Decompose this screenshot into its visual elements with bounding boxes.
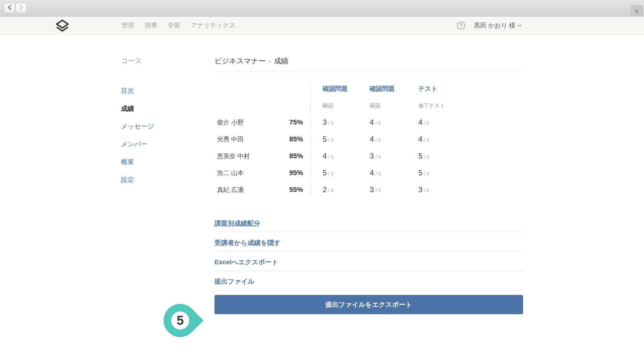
browser-forward-button[interactable] xyxy=(16,3,26,13)
score-value: 5 xyxy=(323,169,327,177)
score-max: / 5 xyxy=(424,137,429,143)
back-chevron-icon xyxy=(7,5,12,12)
score-value: 4 xyxy=(370,118,374,127)
grades-header-row: 確認問題 確認問題 テスト xyxy=(214,82,523,95)
breadcrumb-separator: › xyxy=(269,58,271,65)
score-max: / 5 xyxy=(424,171,429,176)
score-value: 4 xyxy=(370,169,374,177)
column-subtitle-test: 修了テスト xyxy=(418,102,445,109)
student-percent: 55% xyxy=(289,186,303,194)
score-value: 5 xyxy=(323,135,327,144)
table-row: 光秀 中田 85% 5/ 5 4/ 5 4/ 5 xyxy=(214,132,523,146)
nav-item-admin[interactable]: 管理 xyxy=(122,21,134,30)
student-percent: 85% xyxy=(289,135,303,143)
table-row: 恵美奈 中村 85% 4/ 5 3/ 5 5/ 5 xyxy=(214,149,523,163)
sidebar-item-toc[interactable]: 目次 xyxy=(121,86,214,95)
score-max: / 5 xyxy=(424,188,429,193)
user-menu[interactable]: 黒田 かおり 様 xyxy=(474,21,522,30)
student-name: 恵美奈 中村 xyxy=(217,152,289,160)
user-name: 黒田 かおり 様 xyxy=(474,21,515,30)
score-value: 3 xyxy=(370,185,374,194)
link-grade-distribution[interactable]: 課題別成績配分 xyxy=(214,213,523,232)
student-name: 光秀 中田 xyxy=(217,135,289,144)
grades-table: 確認問題 確認問題 テスト 確認 確認 修了テスト 俊介 小野 75% xyxy=(214,82,523,197)
browser-back-button[interactable] xyxy=(4,3,15,13)
column-subtitle-quiz2: 確認 xyxy=(370,102,380,109)
sidebar-nav: 目次 成績 メッセージ メンバー 概要 設定 xyxy=(121,86,214,184)
sidebar-item-overview[interactable]: 概要 xyxy=(121,158,214,166)
student-name: 真紀 広瀬 xyxy=(217,186,289,194)
main-content: ビジネスマナー›成績 確認問題 確認問題 テスト 確認 確認 修了テスト xyxy=(214,56,523,314)
breadcrumb-current: 成績 xyxy=(274,57,288,65)
score-max: / 5 xyxy=(328,171,334,176)
nav-item-analytics[interactable]: アナリティクス xyxy=(191,21,235,30)
app-logo-icon[interactable] xyxy=(55,19,69,33)
badge-number: 5 xyxy=(176,313,184,328)
app-header: 管理 指導 学習 アナリティクス ? 黒田 かおり 様 xyxy=(0,17,644,35)
score-max: / 5 xyxy=(328,188,334,193)
nav-item-teach[interactable]: 指導 xyxy=(145,21,157,30)
link-excel-export[interactable]: Excelへエクスポート xyxy=(214,252,523,271)
link-submitted-files[interactable]: 提出ファイル xyxy=(214,271,523,290)
score-max: / 5 xyxy=(424,154,429,159)
nav-item-learn[interactable]: 学習 xyxy=(168,21,180,30)
score-value: 3 xyxy=(370,152,374,160)
sidebar-item-grades[interactable]: 成績 xyxy=(121,104,214,113)
table-row: 浩二 山本 95% 5/ 5 4/ 5 5/ 5 xyxy=(214,166,523,180)
sidebar-item-settings[interactable]: 設定 xyxy=(121,175,214,184)
browser-new-tab-button[interactable]: + xyxy=(631,6,643,16)
student-name: 俊介 小野 xyxy=(217,118,289,127)
sidebar-heading: コース xyxy=(121,56,214,65)
course-sidebar: コース 目次 成績 メッセージ メンバー 概要 設定 xyxy=(121,56,214,314)
table-row: 俊介 小野 75% 3/ 5 4/ 5 4/ 5 xyxy=(214,115,523,129)
sidebar-item-messages[interactable]: メッセージ xyxy=(121,122,214,131)
breadcrumb: ビジネスマナー›成績 xyxy=(214,56,523,72)
sidebar-item-members[interactable]: メンバー xyxy=(121,140,214,149)
score-max: / 5 xyxy=(375,120,381,126)
score-max: / 5 xyxy=(424,120,429,126)
score-value: 5 xyxy=(418,152,422,160)
score-value: 5 xyxy=(418,169,422,177)
score-max: / 5 xyxy=(375,188,381,193)
score-max: / 5 xyxy=(375,154,381,159)
breadcrumb-course[interactable]: ビジネスマナー xyxy=(214,57,266,65)
score-value: 4 xyxy=(418,135,422,144)
score-value: 4 xyxy=(323,152,327,160)
column-title-quiz2[interactable]: 確認問題 xyxy=(370,85,395,93)
score-max: / 5 xyxy=(328,120,334,126)
grade-action-links: 課題別成績配分 受講者から成績を隠す Excelへエクスポート 提出ファイル xyxy=(214,213,523,290)
score-max: / 5 xyxy=(375,137,381,143)
score-value: 4 xyxy=(370,135,374,144)
forward-chevron-icon xyxy=(19,5,23,12)
score-max: / 5 xyxy=(328,154,334,159)
grades-subheader-row: 確認 確認 修了テスト xyxy=(214,99,523,112)
score-value: 3 xyxy=(418,185,422,194)
student-name: 浩二 山本 xyxy=(217,169,289,177)
table-row: 真紀 広瀬 55% 2/ 5 3/ 5 3/ 5 xyxy=(214,183,523,197)
score-value: 2 xyxy=(323,185,327,194)
export-submitted-files-button[interactable]: 提出ファイルをエクスポート xyxy=(214,295,523,314)
help-icon[interactable]: ? xyxy=(457,22,465,30)
link-hide-grades[interactable]: 受講者から成績を隠す xyxy=(214,232,523,252)
page-body: コース 目次 成績 メッセージ メンバー 概要 設定 ビジネスマナー›成績 確認… xyxy=(0,35,644,314)
student-percent: 85% xyxy=(289,152,303,160)
browser-chrome-bar: + xyxy=(0,0,644,17)
column-subtitle-quiz1: 確認 xyxy=(323,102,333,109)
score-max: / 5 xyxy=(375,171,381,176)
column-title-quiz1[interactable]: 確認問題 xyxy=(323,85,348,93)
browser-nav-buttons xyxy=(4,3,26,13)
score-value: 3 xyxy=(323,118,327,127)
student-percent: 75% xyxy=(289,118,303,126)
score-value: 4 xyxy=(418,118,422,127)
score-max: / 5 xyxy=(328,137,334,143)
header-right: ? 黒田 かおり 様 xyxy=(457,17,522,34)
student-percent: 95% xyxy=(289,169,303,177)
chevron-down-icon xyxy=(518,23,522,28)
main-nav: 管理 指導 学習 アナリティクス xyxy=(122,17,235,34)
column-title-test[interactable]: テスト xyxy=(418,85,437,93)
